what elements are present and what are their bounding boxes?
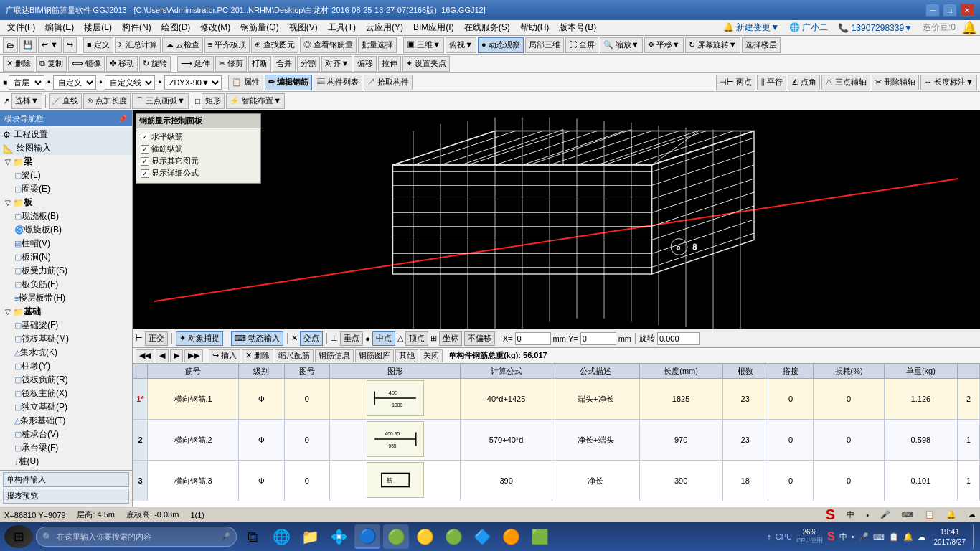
select-button[interactable]: 选择▼ [11,93,42,109]
sidebar-item-foundation-cat[interactable]: ▽ 📁 基础 [0,305,132,319]
slab-toggle[interactable]: ▽ [3,199,13,207]
taskbar-app-multitask[interactable]: ⧉ [240,524,265,549]
taskbar-app-game[interactable]: 🟠 [498,524,524,549]
component-list-button[interactable]: ▤ 构件列表 [314,75,362,90]
tray-mic[interactable]: 🎤 [859,532,869,542]
sidebar-item-pile[interactable]: ↓ 桩(U) [0,455,132,468]
y-input[interactable] [580,332,616,345]
menu-floor[interactable]: 楼层(L) [80,20,116,35]
point-angle-button[interactable]: ∡ 点角 [788,75,820,90]
brand-link[interactable]: 🌐 广小二 [785,20,832,35]
menu-tools[interactable]: 工具(T) [324,20,360,35]
rotate-obj-button[interactable]: ↻ 旋转 [139,56,171,72]
two-point-button[interactable]: ⊣⊢ 两点 [716,75,755,90]
tray-notify[interactable]: 🔔 [903,532,913,542]
nav-last-btn[interactable]: ▶▶ [184,349,203,362]
break-button[interactable]: 打断 [248,56,271,72]
menu-help[interactable]: 帮助(H) [516,20,554,35]
taskbar-app-green[interactable]: 🟩 [527,524,552,549]
tray-cloud[interactable]: ☁ [918,532,925,542]
taskbar-app-ggj[interactable]: 🟢 [383,524,409,549]
sidebar-item-cast-slab[interactable]: ▢ 现浇板(B) [0,209,132,223]
sidebar-item-slab-cat[interactable]: ▽ 📁 板 [0,196,132,209]
top-view-button[interactable]: 俯视▼ [446,37,476,53]
stretch-button[interactable]: 拉伸 [378,56,401,72]
pan-button[interactable]: ✥ 平移▼ [644,37,684,53]
sidebar-item-raft-neg[interactable]: ▢ 筏板负筋(R) [0,373,132,387]
three-point-button[interactable]: △ 三点辅轴 [821,75,870,90]
cloud-icon[interactable]: ☁ [968,510,976,519]
sum-button[interactable]: Σ 汇总计算 [115,37,161,53]
tray-ime-zh[interactable]: 中 [839,532,847,542]
sidebar-item-cap-beam[interactable]: ▢ 承台梁(F) [0,441,132,455]
select-floor-button[interactable]: 选择楼层 [742,37,781,53]
sidebar-item-strip-found[interactable]: △ 条形基础(T) [0,414,132,428]
taskbar-app-store[interactable]: 💠 [326,524,352,549]
length-mark-button[interactable]: ↔ 长度标注▼ [920,75,977,90]
menu-modify[interactable]: 修改(M) [196,20,235,35]
save-button[interactable]: 💾 [19,37,37,53]
perpendicular-btn[interactable]: 垂点 [340,331,363,346]
menu-steel-qty[interactable]: 钢筋量(Q) [236,20,283,35]
offset-button[interactable]: 偏移 [354,56,377,72]
taskbar-app-explore[interactable]: 📁 [297,524,323,549]
batch-select-button[interactable]: 批量选择 [358,37,397,53]
no-offset-btn[interactable]: 不偏移 [464,331,495,346]
table-row[interactable]: 2 横向钢筋.2 Φ 0 400 95 965 570+40 [133,420,980,461]
menu-file[interactable]: 文件(F) [3,20,39,35]
del-row-btn[interactable]: ✕ 删除 [242,349,273,362]
zoom-button[interactable]: 🔍 缩放▼ [600,37,643,53]
tray-show-desktop[interactable] [973,524,976,549]
cb-horiz[interactable] [141,133,149,141]
menu-cloud[interactable]: 云应用(Y) [362,20,407,35]
sidebar-item-slab-hole[interactable]: ▢ 板洞(N) [0,250,132,264]
taskbar-app-glodon[interactable]: 🔵 [354,524,380,549]
clipboard-icon[interactable]: 📋 [925,510,935,519]
3d-viewport[interactable]: 钢筋显示控制面板 水平纵筋 箍筋纵筋 显示其它图元 [133,110,980,329]
grip-button[interactable]: ✦ 设置夹点 [402,56,450,72]
define-line-selector[interactable]: 自定义线▼ [105,75,155,90]
edit-steel-button[interactable]: ✏ 编辑钢筋 [265,75,312,90]
steel-info-btn[interactable]: 钢筋信息 [315,349,354,362]
rect-button[interactable]: 矩形 [202,93,225,109]
intersection-btn[interactable]: 交点 [300,331,323,346]
component-selector[interactable]: 自定义 [53,75,96,90]
del-aux-button[interactable]: ✂ 删除辅轴 [872,75,919,90]
sidebar-item-beam-cat[interactable]: ▽ 📁 梁 [0,155,132,169]
find-button[interactable]: ⊕ 查找图元 [251,37,298,53]
vertex-btn[interactable]: 顶点 [405,331,428,346]
taskbar-app-extra[interactable]: 🔷 [469,524,495,549]
close-panel-btn[interactable]: 关闭 [420,349,443,362]
ortho-button[interactable]: 正交 [145,331,168,346]
sidebar-item-pile-cap[interactable]: ▢ 桩承台(V) [0,428,132,441]
notification-icon[interactable]: 🔔 [961,20,977,36]
menu-component[interactable]: 构件(N) [118,20,156,35]
mic-search-icon[interactable]: 🎤 [220,532,230,542]
menu-draw[interactable]: 绘图(D) [157,20,195,35]
align-top-button[interactable]: ≡ 平齐板顶 [204,37,250,53]
arc-button[interactable]: ⌒ 三点画弧▼ [132,93,189,109]
nav-prev-btn[interactable]: ◀ [156,349,169,362]
menu-view[interactable]: 视图(V) [285,20,322,35]
new-change-btn[interactable]: 🔔 新建变更▼ [719,20,783,35]
sidebar-item-isolated-found[interactable]: ▢ 独立基础(P) [0,400,132,414]
redo-button[interactable]: ↪ [63,37,77,53]
coord-btn[interactable]: 坐标 [439,331,462,346]
insert-row-btn[interactable]: ↪ 插入 [209,349,240,362]
sidebar-item-sump[interactable]: △ 集水坑(K) [0,346,132,359]
sidebar-item-spiral-slab[interactable]: 🌀 螺旋板(B) [0,223,132,237]
dynamic-input-button[interactable]: ⌨ 动态输入 [231,331,283,346]
floor-selector[interactable]: 首层 [9,75,44,90]
property-button[interactable]: 📋 属性 [228,75,263,90]
extend-button[interactable]: ⟶ 延伸 [177,56,214,72]
pick-component-button[interactable]: ↗ 拾取构件 [364,75,413,90]
tray-keyboard[interactable]: ⌨ [873,532,885,542]
sidebar-item-beam-L[interactable]: ▢ 梁(L) [0,169,132,182]
view-steel-button[interactable]: ◎ 查看钢筋量 [300,37,357,53]
cb-other-elem[interactable] [141,157,149,166]
delete-button[interactable]: ✕ 删除 [3,56,34,72]
nav-next-btn[interactable]: ▶ [170,349,183,362]
taskbar-app-chrome[interactable]: 🟡 [412,524,438,549]
foundation-toggle[interactable]: ▽ [3,308,13,316]
cb-stirrup[interactable] [141,145,149,154]
